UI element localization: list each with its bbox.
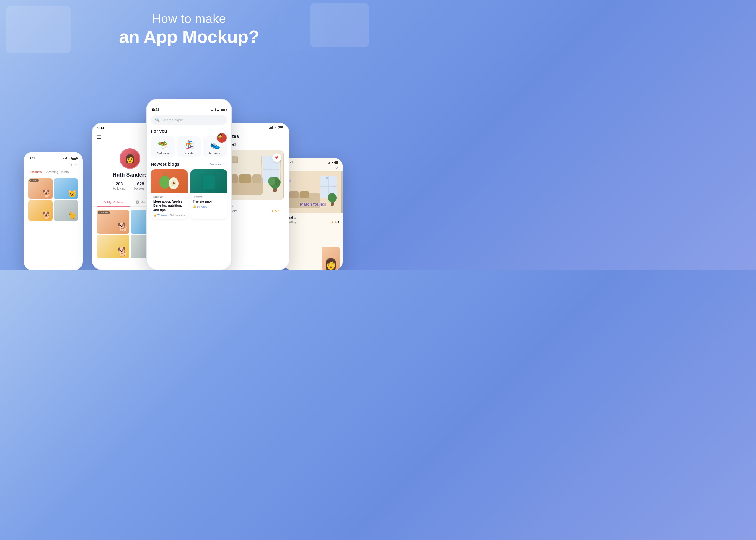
video-badge-1: 1 min ago xyxy=(98,211,109,214)
svg-point-0 xyxy=(159,176,170,189)
heart-button[interactable]: ❤ xyxy=(272,153,281,162)
fl-tab-accounts[interactable]: Accounts xyxy=(30,170,42,174)
match-room-name: maha xyxy=(287,215,339,220)
phone-notch xyxy=(174,99,204,106)
view-more-label: View more xyxy=(210,162,226,166)
far-left-video-grid: 1 min ago 🐕 🐱 🐕 🐈 xyxy=(27,178,80,221)
followers-count: 628 xyxy=(134,182,147,186)
hamburger-icon[interactable]: ☰ xyxy=(97,134,101,140)
match-status: 9:41 ▲ xyxy=(283,158,343,166)
confetti-3 xyxy=(326,177,328,179)
fl-animal-3: 🐕 xyxy=(43,211,51,220)
image-icon: 🖼 xyxy=(136,201,139,204)
match-rating: 5.0 xyxy=(335,221,339,224)
blog-category-2: Lifestyle xyxy=(193,196,225,199)
fl-tab-streaming[interactable]: Streaming xyxy=(45,170,58,174)
search-placeholder: Search topic xyxy=(162,118,183,122)
category-sports[interactable]: 🏂 Sports xyxy=(177,136,201,157)
fl-video-4[interactable]: 🐈 xyxy=(54,200,78,221)
blog-action-1[interactable]: Tell me more xyxy=(170,214,185,217)
center-phone-content: 🔍 Search topic 👩 For you ··· 🥗 Nutrition… xyxy=(147,115,231,219)
blog-body-2: Lifestyle The sie maxi 👍 54 votes xyxy=(191,193,227,210)
user-avatar[interactable]: 👩 xyxy=(217,133,227,143)
fl-animal-2: 🐱 xyxy=(68,190,77,198)
fl-video-3[interactable]: 🐕 xyxy=(28,200,53,221)
fl-animal-1: 🐕 xyxy=(43,190,51,198)
hero-subtitle: How to make xyxy=(119,12,259,26)
rating-value: 5.0 xyxy=(275,209,279,213)
center-status-icons: ▲ xyxy=(211,108,226,111)
svg-point-28 xyxy=(328,193,337,202)
right-status-icons: ▲ xyxy=(269,126,283,129)
favorites-more[interactable]: ··· xyxy=(278,134,284,139)
phone-far-left: 9:41 ▲ ✕ ≡ Accounts Streaming Audio 1 mi… xyxy=(24,152,83,270)
blog-cards-row: Nutrition More about Apples: Benefits, n… xyxy=(151,170,227,219)
phone-match: 9:41 ▲ ✕ xyxy=(283,158,343,270)
match-found-text: Match found! xyxy=(283,202,343,207)
sports-icon: 🏂 xyxy=(180,140,199,150)
profile-avatar: 👩 xyxy=(120,148,140,169)
search-bar[interactable]: 🔍 Search topic xyxy=(151,115,227,125)
blog-card-2[interactable]: Lifestyle The sie maxi 👍 54 votes xyxy=(191,170,227,219)
svg-rect-26 xyxy=(300,191,309,199)
center-time: 9:41 xyxy=(152,108,159,112)
match-overlay: Match found! · · · · · xyxy=(283,202,343,209)
match-status-icons: ▲ xyxy=(328,161,339,164)
confetti-1 xyxy=(289,180,291,182)
following-label: Following xyxy=(113,187,125,190)
play-icon: ▷ xyxy=(104,200,106,204)
stat-following: 203 Following xyxy=(113,182,125,190)
match-room-image: Match found! · · · · · xyxy=(283,171,343,212)
blog-body-1: Nutrition More about Apples: Benefits, n… xyxy=(151,193,188,219)
tab-my-videos[interactable]: ▷ My Videos xyxy=(97,198,130,207)
hero-section: How to make an App Mockup? xyxy=(119,12,259,47)
hero-title: an App Mockup? xyxy=(119,27,259,47)
running-label: Running xyxy=(206,152,225,155)
svg-rect-12 xyxy=(239,175,251,183)
fl-tab-audio[interactable]: Audio xyxy=(61,170,69,174)
match-room-info: maha $20/night ★ 5.0 xyxy=(283,212,343,227)
match-close-btn[interactable]: ✕ xyxy=(283,166,343,171)
for-you-title: For you xyxy=(151,128,167,133)
sports-label: Sports xyxy=(180,152,199,155)
far-left-tabs: Accounts Streaming Audio xyxy=(27,169,80,176)
for-you-header: For you ··· xyxy=(151,128,227,133)
svg-rect-13 xyxy=(252,175,261,183)
room-rating: ★ 5.0 xyxy=(271,209,279,213)
fl-video-1[interactable]: 1 min ago 🐕 xyxy=(28,178,53,199)
video-thumb-1[interactable]: 1 min ago 🐕 xyxy=(97,210,129,233)
bg-decoration-2 xyxy=(59,15,112,53)
fl-animal-4: 🐈 xyxy=(68,211,77,220)
far-left-close-btn[interactable]: ✕ ≡ xyxy=(27,162,80,169)
nutrition-label: Nutrition xyxy=(153,152,173,155)
search-icon: 🔍 xyxy=(155,118,160,122)
fl-badge-1: 1 min ago xyxy=(29,179,39,182)
svg-rect-19 xyxy=(232,157,238,163)
far-left-status-icons: ▲ xyxy=(64,157,77,160)
far-left-status: 9:41 ▲ xyxy=(27,155,80,162)
match-star-icon: ★ xyxy=(331,221,334,224)
following-count: 203 xyxy=(113,182,125,186)
far-left-time: 9:41 xyxy=(30,157,35,160)
left-phone-time: 9:41 xyxy=(97,126,104,130)
categories-row: 🥗 Nutrition 🏂 Sports 👟 Running xyxy=(151,136,227,157)
svg-point-16 xyxy=(268,177,275,186)
svg-rect-5 xyxy=(203,175,215,189)
fl-video-2[interactable]: 🐱 xyxy=(54,178,78,199)
blog-card-1[interactable]: Nutrition More about Apples: Benefits, n… xyxy=(151,170,188,219)
video-thumb-3[interactable]: 🐕 xyxy=(97,235,129,258)
confetti-2 xyxy=(334,186,335,187)
my-videos-label: My Videos xyxy=(107,201,123,204)
blog-title-1: More about Apples: Benefits, nutrition, … xyxy=(153,199,185,212)
video-animal-1: 🐕 xyxy=(117,222,128,232)
blog-footer-2: 👍 54 votes xyxy=(193,205,225,208)
video-animal-3: 🐕 xyxy=(117,247,128,257)
category-nutrition[interactable]: 🥗 Nutrition xyxy=(151,136,175,157)
blog-img-apple xyxy=(151,170,188,193)
svg-rect-25 xyxy=(289,191,299,199)
match-person: 👩 xyxy=(322,246,340,270)
blog-title-2: The sie maxi xyxy=(193,199,225,203)
view-more-btn[interactable]: View more › xyxy=(210,162,227,166)
star-icon: ★ xyxy=(271,209,274,213)
svg-point-3 xyxy=(173,183,175,184)
